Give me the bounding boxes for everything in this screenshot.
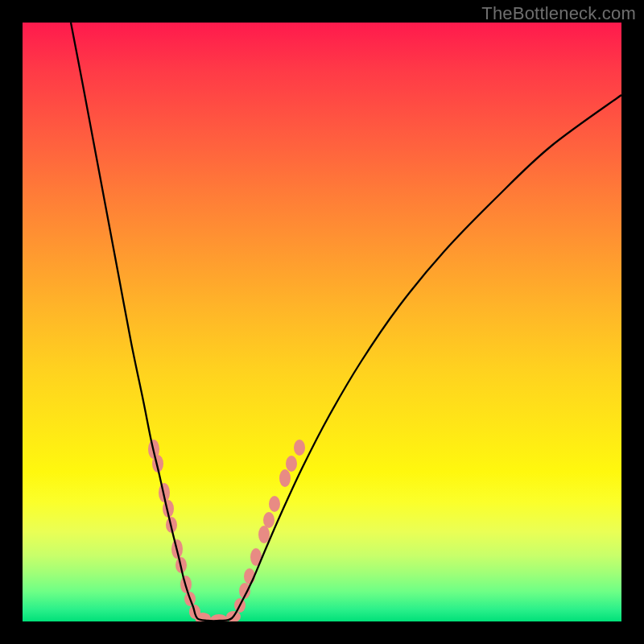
chart-frame [23, 23, 621, 621]
highlight-marker [286, 456, 297, 472]
highlight-marker [279, 469, 291, 487]
highlight-marker [263, 512, 275, 528]
highlight-marker [294, 440, 305, 456]
highlight-marker [269, 496, 280, 512]
watermark-text: TheBottleneck.com [481, 3, 636, 24]
chart-svg [23, 23, 621, 621]
bottleneck-curve [71, 23, 621, 621]
highlight-marker [258, 526, 270, 543]
